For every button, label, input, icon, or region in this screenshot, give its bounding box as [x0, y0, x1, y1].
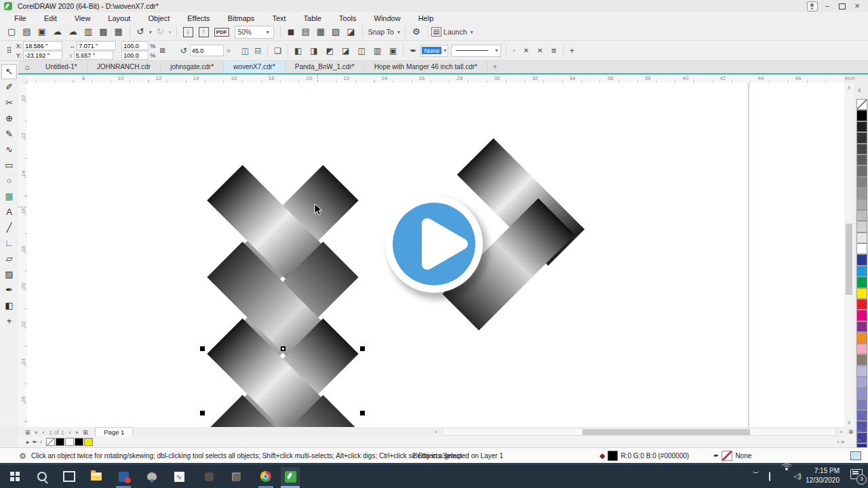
prev-page-button[interactable]: ‹	[41, 428, 46, 437]
options-gear-icon[interactable]: ⚙	[409, 24, 424, 39]
show-rulers-icon[interactable]: ▤	[298, 24, 313, 39]
palette-swatch[interactable]	[856, 410, 867, 421]
copy-icon[interactable]: ▩	[96, 24, 111, 39]
menu-item[interactable]: View	[66, 14, 100, 22]
horizontal-scrollbar[interactable]	[443, 428, 836, 436]
palette-swatch[interactable]	[856, 232, 867, 243]
create-boundary-icon[interactable]: ▣	[387, 46, 399, 56]
mirror-horizontal-icon[interactable]: ◫	[239, 46, 252, 56]
vertical-scroll-thumb[interactable]	[846, 224, 852, 295]
doc-palette-right[interactable]: › »	[835, 437, 846, 447]
undo-icon[interactable]: ↺	[134, 24, 148, 39]
doc-palette-swatch[interactable]	[65, 438, 74, 446]
table-tool[interactable]: ▦	[2, 190, 16, 203]
show-guidelines-icon[interactable]: ▧	[328, 24, 343, 39]
y-position-field[interactable]	[23, 51, 62, 60]
palette-swatch[interactable]	[856, 99, 867, 110]
palette-swatch[interactable]	[856, 243, 867, 254]
palette-swatch[interactable]	[856, 199, 867, 210]
order-icon[interactable]: ❏	[271, 46, 284, 56]
menu-item[interactable]: Tools	[330, 14, 366, 22]
interactive-fill-tool[interactable]: ◧	[2, 299, 16, 312]
customize-plus-icon[interactable]: +	[567, 46, 577, 56]
scroll-up-arrow[interactable]: ∧	[844, 84, 854, 91]
palette-swatch[interactable]	[856, 288, 867, 299]
vertical-ruler[interactable]: -10-12-14-16-18-20-22-24-26	[18, 83, 28, 427]
crop-tool[interactable]: ✂	[2, 96, 16, 110]
palette-swatch[interactable]	[856, 344, 867, 354]
line-style-dropdown[interactable]: ▾	[451, 45, 501, 57]
doc-palette-expand[interactable]: ▸	[25, 437, 31, 447]
palette-swatch[interactable]	[856, 332, 867, 343]
show-grid-icon[interactable]: ▦	[313, 24, 328, 39]
doc-palette-eyedropper-icon[interactable]: ✒	[31, 437, 39, 447]
publish-pdf-icon[interactable]: PDF	[214, 28, 229, 37]
task-view-icon[interactable]	[60, 467, 79, 486]
file-explorer-icon[interactable]	[87, 467, 106, 486]
hscroll-right-arrow[interactable]: ›	[839, 427, 844, 436]
eyedropper-tool[interactable]: ✒	[2, 283, 16, 297]
palette-expand[interactable]: »	[857, 436, 861, 443]
page-tab[interactable]: Page 1	[95, 427, 133, 436]
paste-icon[interactable]: ▦	[111, 24, 125, 39]
drop-shadow-tool[interactable]: ▱	[2, 252, 16, 266]
palette-swatch[interactable]	[856, 132, 867, 143]
palette-swatch[interactable]	[856, 399, 867, 410]
print-icon[interactable]: ▥	[81, 24, 96, 39]
treat-as-filled-icon[interactable]: ◪	[343, 24, 358, 39]
palette-swatch[interactable]	[856, 221, 867, 232]
export-icon[interactable]: ↑	[199, 27, 209, 37]
rotation-angle-field[interactable]	[190, 45, 224, 56]
open-icon[interactable]: ▤	[19, 24, 34, 39]
usb-tray-icon[interactable]	[769, 472, 770, 481]
object-height-field[interactable]	[74, 51, 113, 60]
menu-item[interactable]: Effects	[178, 14, 218, 22]
selection-handle-bottom-left[interactable]	[200, 411, 205, 415]
bspline-tool[interactable]: ∿	[2, 143, 16, 157]
palette-swatch[interactable]	[856, 266, 867, 277]
weld-icon[interactable]: ◧	[292, 46, 304, 56]
scroll-down-arrow[interactable]: ∨	[844, 419, 854, 426]
wrap-text-icon[interactable]: ≣	[549, 47, 559, 54]
shape-tool[interactable]: ✐	[2, 81, 16, 94]
next-page-button[interactable]: ›	[67, 428, 72, 437]
palette-swatch[interactable]	[856, 299, 867, 310]
document-tab[interactable]: Panda_BnW_1.cdr*	[285, 61, 365, 73]
photo-app-icon[interactable]	[114, 467, 133, 486]
palette-swatch[interactable]	[856, 310, 867, 321]
dashed-box-icon[interactable]: ▫	[510, 47, 518, 54]
snap-to-dropdown[interactable]: Snap To	[366, 28, 396, 36]
horizontal-scroll-thumb[interactable]	[583, 429, 750, 435]
rectangle-tool[interactable]: ▭	[2, 159, 16, 172]
hscroll-left-arrow[interactable]: ‹	[433, 427, 438, 436]
menu-item[interactable]: Object	[139, 14, 178, 22]
close-button[interactable]: ×	[852, 1, 863, 11]
play-button[interactable]	[385, 195, 488, 300]
restore-button[interactable]	[837, 1, 848, 11]
fullscreen-preview-icon[interactable]: ◼	[284, 24, 298, 39]
save-icon[interactable]: ▣	[35, 24, 50, 39]
status-gear-icon[interactable]: ⚙	[19, 451, 26, 461]
add-page-button-2[interactable]: ⊞	[81, 428, 90, 437]
menu-item[interactable]: Help	[410, 14, 443, 22]
woven-artwork[interactable]	[27, 83, 844, 427]
palette-scroll-down[interactable]: ∨	[857, 427, 862, 434]
dimension-tool[interactable]: ╱	[2, 221, 16, 235]
intersect-icon[interactable]: ◩	[323, 46, 336, 56]
shell-app-icon[interactable]	[142, 467, 161, 486]
menu-item[interactable]: Edit	[35, 14, 66, 22]
palette-swatch[interactable]	[856, 388, 867, 399]
cloud-open-icon[interactable]: ☁	[65, 24, 81, 39]
coreldraw-taskbar-icon[interactable]	[281, 467, 300, 486]
transparency-tool[interactable]: ▨	[2, 268, 16, 281]
back-minus-front-icon[interactable]: ▥	[371, 46, 384, 56]
launch-icon[interactable]: ▤	[431, 27, 441, 37]
object-width-field[interactable]	[77, 41, 116, 50]
palette-swatch[interactable]	[856, 110, 867, 121]
document-tab[interactable]: johnsgate.cdr*	[161, 61, 224, 73]
document-tab[interactable]: Untitled-1*	[36, 61, 87, 73]
palette-swatch[interactable]	[856, 165, 867, 176]
vertical-scrollbar[interactable]: ∧ ∨	[844, 83, 854, 427]
menu-item[interactable]: Table	[295, 14, 330, 22]
object-origin-icon[interactable]: ⠿	[3, 46, 15, 56]
